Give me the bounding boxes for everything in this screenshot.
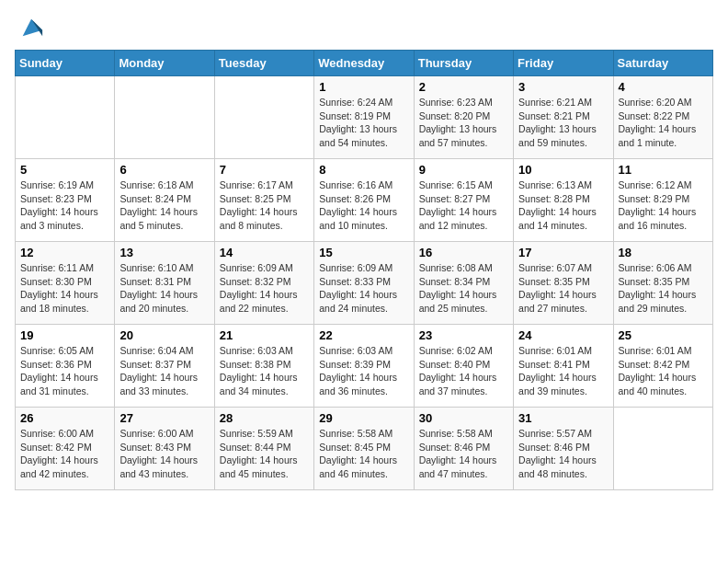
- calendar-cell: 8Sunrise: 6:16 AMSunset: 8:26 PMDaylight…: [314, 159, 414, 242]
- day-info: Sunrise: 6:03 AMSunset: 8:38 PMDaylight:…: [220, 344, 309, 398]
- day-number: 2: [419, 80, 508, 94]
- day-number: 1: [319, 80, 408, 94]
- day-info: Sunrise: 6:02 AMSunset: 8:40 PMDaylight:…: [419, 344, 508, 398]
- day-info: Sunrise: 6:13 AMSunset: 8:28 PMDaylight:…: [518, 178, 608, 233]
- calendar-cell: [115, 76, 214, 159]
- calendar-cell: 13Sunrise: 6:10 AMSunset: 8:31 PMDayligh…: [115, 242, 214, 325]
- calendar-cell: 26Sunrise: 6:00 AMSunset: 8:42 PMDayligh…: [16, 408, 115, 490]
- day-number: 16: [419, 246, 508, 259]
- weekday-header-saturday: Saturday: [613, 51, 712, 76]
- calendar-cell: 21Sunrise: 6:03 AMSunset: 8:38 PMDayligh…: [214, 325, 313, 408]
- day-number: 4: [619, 80, 708, 94]
- calendar-cell: 31Sunrise: 5:57 AMSunset: 8:46 PMDayligh…: [514, 408, 613, 490]
- day-number: 13: [119, 246, 209, 259]
- calendar-cell: 4Sunrise: 6:20 AMSunset: 8:22 PMDaylight…: [613, 76, 712, 159]
- calendar-cell: 6Sunrise: 6:18 AMSunset: 8:24 PMDaylight…: [115, 159, 214, 242]
- calendar-cell: [613, 408, 712, 490]
- day-number: 23: [419, 328, 508, 342]
- day-info: Sunrise: 5:58 AMSunset: 8:46 PMDaylight:…: [419, 427, 508, 481]
- day-info: Sunrise: 6:11 AMSunset: 8:30 PMDaylight:…: [20, 261, 109, 316]
- day-number: 15: [319, 246, 408, 259]
- day-info: Sunrise: 6:00 AMSunset: 8:43 PMDaylight:…: [119, 427, 209, 481]
- day-info: Sunrise: 6:24 AMSunset: 8:19 PMDaylight:…: [319, 96, 408, 150]
- day-info: Sunrise: 6:20 AMSunset: 8:22 PMDaylight:…: [619, 96, 708, 150]
- calendar-week-5: 26Sunrise: 6:00 AMSunset: 8:42 PMDayligh…: [16, 408, 713, 490]
- calendar-week-1: 1Sunrise: 6:24 AMSunset: 8:19 PMDaylight…: [16, 76, 713, 159]
- calendar-cell: 12Sunrise: 6:11 AMSunset: 8:30 PMDayligh…: [16, 242, 115, 325]
- calendar-cell: [214, 76, 313, 159]
- calendar-cell: 5Sunrise: 6:19 AMSunset: 8:23 PMDaylight…: [16, 159, 115, 242]
- calendar-cell: 19Sunrise: 6:05 AMSunset: 8:36 PMDayligh…: [16, 325, 115, 408]
- day-info: Sunrise: 6:03 AMSunset: 8:39 PMDaylight:…: [319, 344, 408, 398]
- day-number: 31: [518, 411, 608, 425]
- day-info: Sunrise: 6:17 AMSunset: 8:25 PMDaylight:…: [220, 178, 309, 233]
- day-info: Sunrise: 6:15 AMSunset: 8:27 PMDaylight:…: [419, 178, 508, 233]
- calendar-week-3: 12Sunrise: 6:11 AMSunset: 8:30 PMDayligh…: [16, 242, 713, 325]
- calendar-cell: 11Sunrise: 6:12 AMSunset: 8:29 PMDayligh…: [613, 159, 712, 242]
- day-number: 30: [419, 411, 508, 425]
- day-info: Sunrise: 5:59 AMSunset: 8:44 PMDaylight:…: [220, 427, 309, 481]
- day-info: Sunrise: 6:12 AMSunset: 8:29 PMDaylight:…: [619, 178, 708, 233]
- day-info: Sunrise: 6:09 AMSunset: 8:32 PMDaylight:…: [220, 261, 309, 316]
- calendar-cell: 28Sunrise: 5:59 AMSunset: 8:44 PMDayligh…: [214, 408, 313, 490]
- calendar-cell: 20Sunrise: 6:04 AMSunset: 8:37 PMDayligh…: [115, 325, 214, 408]
- calendar-table: SundayMondayTuesdayWednesdayThursdayFrid…: [15, 50, 713, 490]
- calendar-header: SundayMondayTuesdayWednesdayThursdayFrid…: [16, 51, 713, 76]
- day-info: Sunrise: 6:09 AMSunset: 8:33 PMDaylight:…: [319, 261, 408, 316]
- day-number: 9: [419, 163, 508, 177]
- day-info: Sunrise: 6:10 AMSunset: 8:31 PMDaylight:…: [119, 261, 209, 316]
- day-info: Sunrise: 6:08 AMSunset: 8:34 PMDaylight:…: [419, 261, 508, 316]
- day-info: Sunrise: 6:23 AMSunset: 8:20 PMDaylight:…: [419, 96, 508, 150]
- calendar-cell: 25Sunrise: 6:01 AMSunset: 8:42 PMDayligh…: [613, 325, 712, 408]
- calendar-cell: 2Sunrise: 6:23 AMSunset: 8:20 PMDaylight…: [414, 76, 513, 159]
- calendar-cell: 16Sunrise: 6:08 AMSunset: 8:34 PMDayligh…: [414, 242, 513, 325]
- day-number: 20: [119, 328, 209, 342]
- day-number: 6: [119, 163, 209, 177]
- calendar-cell: 10Sunrise: 6:13 AMSunset: 8:28 PMDayligh…: [514, 159, 613, 242]
- day-info: Sunrise: 6:05 AMSunset: 8:36 PMDaylight:…: [20, 344, 109, 398]
- day-number: 21: [220, 328, 309, 342]
- weekday-header-thursday: Thursday: [414, 51, 513, 76]
- calendar-cell: [16, 76, 115, 159]
- day-info: Sunrise: 6:04 AMSunset: 8:37 PMDaylight:…: [119, 344, 209, 398]
- day-info: Sunrise: 5:57 AMSunset: 8:46 PMDaylight:…: [518, 427, 608, 481]
- logo-icon: [18, 15, 44, 40]
- day-number: 7: [220, 163, 309, 177]
- calendar-cell: 18Sunrise: 6:06 AMSunset: 8:35 PMDayligh…: [613, 242, 712, 325]
- calendar-cell: 17Sunrise: 6:07 AMSunset: 8:35 PMDayligh…: [514, 242, 613, 325]
- calendar-cell: 7Sunrise: 6:17 AMSunset: 8:25 PMDaylight…: [214, 159, 313, 242]
- calendar-cell: 3Sunrise: 6:21 AMSunset: 8:21 PMDaylight…: [514, 76, 613, 159]
- calendar-cell: 29Sunrise: 5:58 AMSunset: 8:45 PMDayligh…: [314, 408, 414, 490]
- calendar-body: 1Sunrise: 6:24 AMSunset: 8:19 PMDaylight…: [16, 76, 713, 490]
- day-info: Sunrise: 6:07 AMSunset: 8:35 PMDaylight:…: [518, 261, 608, 316]
- day-info: Sunrise: 6:16 AMSunset: 8:26 PMDaylight:…: [319, 178, 408, 233]
- day-number: 10: [518, 163, 608, 177]
- calendar-cell: 27Sunrise: 6:00 AMSunset: 8:43 PMDayligh…: [115, 408, 214, 490]
- weekday-header-sunday: Sunday: [16, 51, 115, 76]
- day-number: 14: [220, 246, 309, 259]
- day-info: Sunrise: 6:01 AMSunset: 8:42 PMDaylight:…: [619, 344, 708, 398]
- day-number: 17: [518, 246, 608, 259]
- day-number: 18: [619, 246, 708, 259]
- page-header: [15, 15, 713, 40]
- day-number: 8: [319, 163, 408, 177]
- weekday-header-friday: Friday: [514, 51, 613, 76]
- day-number: 5: [20, 163, 109, 177]
- day-info: Sunrise: 6:19 AMSunset: 8:23 PMDaylight:…: [20, 178, 109, 233]
- day-number: 28: [220, 411, 309, 425]
- day-info: Sunrise: 6:21 AMSunset: 8:21 PMDaylight:…: [518, 96, 608, 150]
- calendar-cell: 15Sunrise: 6:09 AMSunset: 8:33 PMDayligh…: [314, 242, 414, 325]
- day-number: 3: [518, 80, 608, 94]
- day-number: 22: [319, 328, 408, 342]
- calendar-cell: 9Sunrise: 6:15 AMSunset: 8:27 PMDaylight…: [414, 159, 513, 242]
- day-number: 12: [20, 246, 109, 259]
- day-number: 19: [20, 328, 109, 342]
- calendar-cell: 14Sunrise: 6:09 AMSunset: 8:32 PMDayligh…: [214, 242, 313, 325]
- calendar-cell: 30Sunrise: 5:58 AMSunset: 8:46 PMDayligh…: [414, 408, 513, 490]
- weekday-row: SundayMondayTuesdayWednesdayThursdayFrid…: [16, 51, 713, 76]
- day-info: Sunrise: 6:00 AMSunset: 8:42 PMDaylight:…: [20, 427, 109, 481]
- calendar-week-4: 19Sunrise: 6:05 AMSunset: 8:36 PMDayligh…: [16, 325, 713, 408]
- day-info: Sunrise: 5:58 AMSunset: 8:45 PMDaylight:…: [319, 427, 408, 481]
- calendar-cell: 24Sunrise: 6:01 AMSunset: 8:41 PMDayligh…: [514, 325, 613, 408]
- calendar-cell: 23Sunrise: 6:02 AMSunset: 8:40 PMDayligh…: [414, 325, 513, 408]
